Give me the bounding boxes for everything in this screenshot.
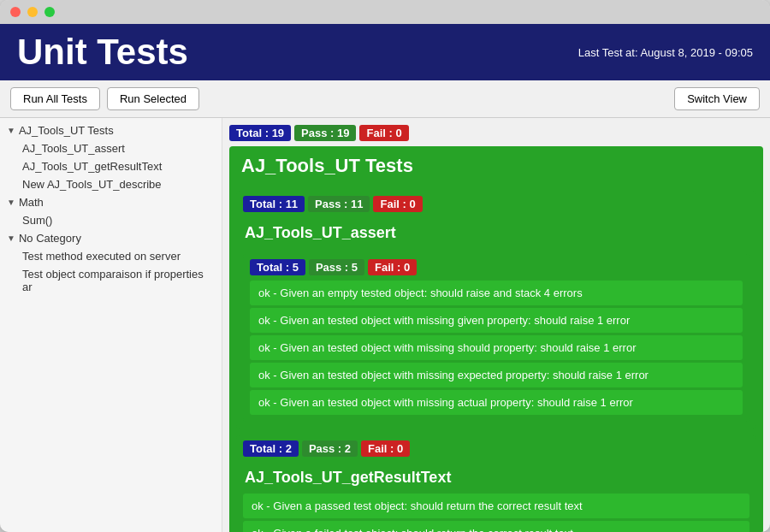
total-badge: Total : 19 [229,125,291,141]
assert-fail-badge: Fail : 0 [373,196,422,212]
sidebar-group-math[interactable]: ▼ Math [0,193,222,211]
getresult-badges: Total : 2 Pass : 2 Fail : 0 [236,435,756,462]
maximize-button[interactable] [44,7,55,17]
triangle-icon-math: ▼ [7,198,15,207]
assert-pass-badge: Pass : 11 [308,196,370,212]
sub-subsection-assert: Total : 5 Pass : 5 Fail : 0 ok - Given a… [243,254,749,422]
sidebar-group-math-label: Math [19,196,44,209]
triangle-icon: ▼ [7,126,15,135]
close-button[interactable] [10,7,21,17]
sub-assert-fail-badge: Fail : 0 [368,259,417,275]
top-badges: Total : 19 Pass : 19 Fail : 0 [229,125,763,141]
last-test-label: Last Test at: August 8, 2019 - 09:05 [578,46,753,59]
sidebar-item-describe[interactable]: New AJ_Tools_UT_describe [0,175,222,193]
sidebar-item-test-method[interactable]: Test method executed on server [0,247,222,265]
run-all-button[interactable]: Run All Tests [10,87,100,110]
subsection-assert-title: AJ_Tools_UT_assert [236,217,756,249]
sidebar-group-no-category[interactable]: ▼ No Category [0,229,222,247]
section-title-aj-tools: AJ_Tools_UT Tests [229,146,763,186]
sidebar-item-sum[interactable]: Sum() [0,211,222,229]
test-item-1: ok - Given an tested object with missing… [250,308,743,333]
getresult-total-badge: Total : 2 [243,440,299,457]
test-item-0: ok - Given an empty tested object: shoul… [250,281,743,305]
assert-test-items: ok - Given an empty tested object: shoul… [243,281,749,422]
pass-badge: Pass : 19 [294,125,356,141]
getresult-test-0: ok - Given a passed test object: should … [243,494,749,518]
sidebar: ▼ AJ_Tools_UT Tests AJ_Tools_UT_assert A… [0,118,222,532]
test-item-3: ok - Given an tested object with missing… [250,363,743,387]
getresult-fail-badge: Fail : 0 [361,440,410,457]
minimize-button[interactable] [27,7,38,17]
main-panel[interactable]: Total : 19 Pass : 19 Fail : 0 AJ_Tools_U… [222,118,770,532]
titlebar [0,0,770,24]
subsection-getresulttext: Total : 2 Pass : 2 Fail : 0 AJ_Tools_UT_… [236,435,756,532]
switch-view-button[interactable]: Switch View [674,87,760,110]
assert-total-badge: Total : 11 [243,196,305,212]
section-aj-tools: AJ_Tools_UT Tests Total : 11 Pass : 11 F… [229,146,763,532]
toolbar: Run All Tests Run Selected Switch View [0,80,770,118]
toolbar-left: Run All Tests Run Selected [10,87,199,110]
subsection-getresult-title: AJ_Tools_UT_getResultText [236,462,756,494]
getresult-test-1: ok - Given a failed test object: should … [243,521,749,532]
sidebar-group-label: AJ_Tools_UT Tests [19,124,114,137]
test-item-2: ok - Given an tested object with missing… [250,335,743,360]
fail-badge: Fail : 0 [359,125,408,141]
sidebar-group-aj-tools[interactable]: ▼ AJ_Tools_UT Tests [0,121,222,139]
test-item-4: ok - Given an tested object with missing… [250,390,743,415]
sidebar-item-getresulttext[interactable]: AJ_Tools_UT_getResultText [0,157,222,175]
triangle-icon-no-cat: ▼ [7,233,15,243]
subsection-assert: Total : 11 Pass : 11 Fail : 0 AJ_Tools_U… [236,191,756,429]
sidebar-item-test-object[interactable]: Test object comparaison if properties ar [0,265,222,296]
sidebar-group-no-cat-label: No Category [19,232,81,245]
sub-assert-badges: Total : 5 Pass : 5 Fail : 0 [243,254,749,281]
page-title: Unit Tests [17,34,188,70]
sub-assert-pass-badge: Pass : 5 [309,259,364,275]
getresult-pass-badge: Pass : 2 [302,440,358,457]
header: Unit Tests Last Test at: August 8, 2019 … [0,24,770,80]
sidebar-item-assert[interactable]: AJ_Tools_UT_assert [0,139,222,157]
assert-badges: Total : 11 Pass : 11 Fail : 0 [236,191,756,217]
content-area: ▼ AJ_Tools_UT Tests AJ_Tools_UT_assert A… [0,118,770,532]
getresult-test-items: ok - Given a passed test object: should … [236,494,756,532]
app-window: Unit Tests Last Test at: August 8, 2019 … [0,0,770,532]
sub-assert-total-badge: Total : 5 [250,259,305,275]
run-selected-button[interactable]: Run Selected [107,87,199,110]
